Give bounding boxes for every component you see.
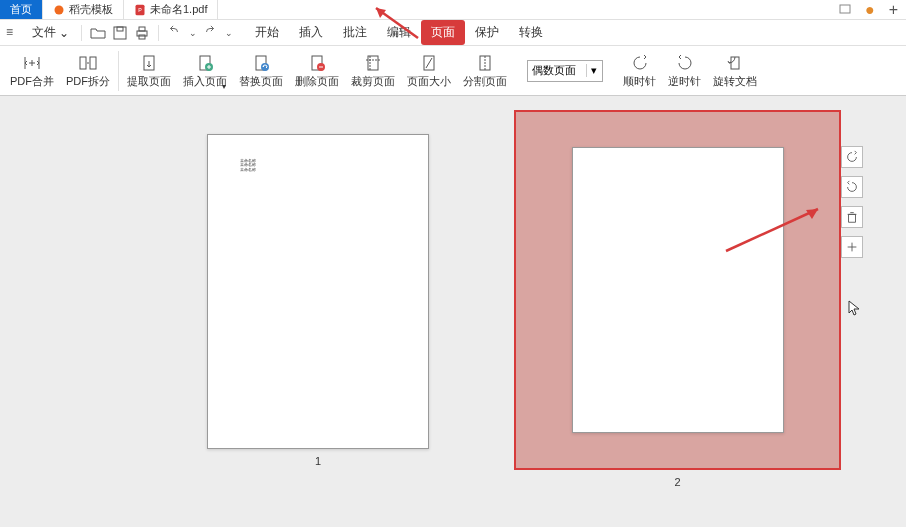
- insert-page-button[interactable]: 插入页面 ▾: [177, 48, 233, 94]
- menu-tab-insert[interactable]: 插入: [289, 20, 333, 45]
- dropdown-value: 偶数页面: [532, 63, 576, 78]
- file-label: 文件: [32, 24, 56, 41]
- redo-icon[interactable]: [203, 25, 219, 41]
- menu-icon[interactable]: ≡: [6, 25, 22, 41]
- insert-label: 插入页面: [183, 74, 227, 89]
- separator: [81, 25, 82, 41]
- svg-rect-10: [90, 57, 96, 69]
- menu-tab-page[interactable]: 页面: [421, 20, 465, 45]
- ribbon: PDF合并 PDF拆分 提取页面 插入页面 ▾ 替换页面 删除页面 裁剪页面 页…: [0, 46, 906, 96]
- save-icon[interactable]: [112, 25, 128, 41]
- svg-point-15: [261, 63, 269, 71]
- float-actions: [841, 146, 863, 258]
- cw-label: 顺时针: [623, 74, 656, 89]
- extract-page-button[interactable]: 提取页面: [121, 48, 177, 94]
- svg-point-0: [55, 5, 64, 14]
- menu-bar: ≡ 文件 ⌄ ⌄ ⌄ 开始 插入 批注 编辑 页面 保护 转换: [0, 20, 906, 46]
- chevron-down-icon: ▾: [586, 64, 600, 77]
- tab-template[interactable]: 稻壳模板: [43, 0, 124, 19]
- crop-page-button[interactable]: 裁剪页面: [345, 48, 401, 94]
- delete-label: 删除页面: [295, 74, 339, 89]
- selection-frame: [514, 110, 841, 470]
- menu-tab-start[interactable]: 开始: [245, 20, 289, 45]
- page-thumb-1[interactable]: 未命名称 未命名称 未命名称 1: [207, 134, 429, 467]
- rotate-cw-button[interactable]: 顺时针: [617, 48, 662, 94]
- add-float-button[interactable]: [841, 236, 863, 258]
- split-page-button[interactable]: 分割页面: [457, 48, 513, 94]
- svg-rect-5: [117, 27, 123, 31]
- size-icon: [419, 52, 439, 74]
- splitpage-label: 分割页面: [463, 74, 507, 89]
- crop-icon: [363, 52, 383, 74]
- chevron-down-icon: ⌄: [59, 26, 69, 40]
- new-tab-button[interactable]: +: [889, 1, 898, 19]
- extract-icon: [139, 52, 159, 74]
- delete-float-button[interactable]: [841, 206, 863, 228]
- dot-icon[interactable]: ●: [865, 1, 875, 19]
- page-number: 1: [207, 455, 429, 467]
- svg-rect-7: [139, 27, 145, 31]
- menu-left: ≡ 文件 ⌄ ⌄ ⌄: [6, 24, 233, 41]
- menu-tabs: 开始 插入 批注 编辑 页面 保护 转换: [245, 20, 553, 45]
- tab-home[interactable]: 首页: [0, 0, 43, 19]
- cursor-icon: [848, 300, 862, 319]
- insert-icon: [195, 52, 215, 74]
- chevron-down-icon[interactable]: ⌄: [189, 28, 197, 38]
- page-thumb-2-selected[interactable]: 2: [514, 110, 841, 488]
- page-frame: [572, 147, 784, 433]
- tab-right-actions: ● +: [831, 0, 906, 19]
- tab-template-label: 稻壳模板: [69, 2, 113, 17]
- pdf-merge-button[interactable]: PDF合并: [4, 48, 60, 94]
- merge-icon: [22, 52, 42, 74]
- menu-tab-protect[interactable]: 保护: [465, 20, 509, 45]
- menu-tab-annotate[interactable]: 批注: [333, 20, 377, 45]
- rotate-doc-label: 旋转文档: [713, 74, 757, 89]
- page-number: 2: [514, 476, 841, 488]
- pdf-split-label: PDF拆分: [66, 74, 110, 89]
- replace-page-button[interactable]: 替换页面: [233, 48, 289, 94]
- splitpage-icon: [475, 52, 495, 74]
- split-icon: [78, 52, 98, 74]
- rotate-cw-float-button[interactable]: [841, 146, 863, 168]
- print-icon[interactable]: [134, 25, 150, 41]
- pdf-icon: P: [134, 4, 146, 16]
- size-label: 页面大小: [407, 74, 451, 89]
- delete-icon: [307, 52, 327, 74]
- undo-icon[interactable]: [167, 25, 183, 41]
- ccw-label: 逆时针: [668, 74, 701, 89]
- menu-tab-edit[interactable]: 编辑: [377, 20, 421, 45]
- rotate-cw-icon: [630, 52, 650, 74]
- pdf-split-button[interactable]: PDF拆分: [60, 48, 116, 94]
- replace-label: 替换页面: [239, 74, 283, 89]
- rotate-doc-icon: [725, 52, 745, 74]
- tab-home-label: 首页: [10, 2, 32, 17]
- canvas-area: 未命名称 未命名称 未命名称 1 2: [0, 96, 906, 527]
- separator: [158, 25, 159, 41]
- rotate-ccw-icon: [675, 52, 695, 74]
- svg-rect-3: [840, 5, 850, 13]
- page-text: 未命名称 未命名称 未命名称: [240, 159, 256, 172]
- page-frame: 未命名称 未命名称 未命名称: [207, 134, 429, 449]
- chevron-down-icon: ▾: [222, 82, 226, 91]
- tab-doc[interactable]: P 未命名1.pdf: [124, 0, 218, 19]
- tab-bar: 首页 稻壳模板 P 未命名1.pdf ● +: [0, 0, 906, 20]
- pdf-merge-label: PDF合并: [10, 74, 54, 89]
- svg-rect-4: [114, 27, 126, 39]
- tab-doc-label: 未命名1.pdf: [150, 2, 207, 17]
- crop-label: 裁剪页面: [351, 74, 395, 89]
- svg-text:P: P: [138, 7, 142, 13]
- chevron-down-icon[interactable]: ⌄: [225, 28, 233, 38]
- replace-icon: [251, 52, 271, 74]
- delete-page-button[interactable]: 删除页面: [289, 48, 345, 94]
- open-icon[interactable]: [90, 25, 106, 41]
- window-icon[interactable]: [839, 1, 851, 19]
- rotate-ccw-float-button[interactable]: [841, 176, 863, 198]
- file-menu[interactable]: 文件 ⌄: [28, 24, 73, 41]
- extract-label: 提取页面: [127, 74, 171, 89]
- page-size-button[interactable]: 页面大小: [401, 48, 457, 94]
- template-icon: [53, 4, 65, 16]
- rotate-doc-button[interactable]: 旋转文档: [707, 48, 763, 94]
- menu-tab-convert[interactable]: 转换: [509, 20, 553, 45]
- page-filter-dropdown[interactable]: 偶数页面 ▾: [527, 60, 603, 82]
- rotate-ccw-button[interactable]: 逆时针: [662, 48, 707, 94]
